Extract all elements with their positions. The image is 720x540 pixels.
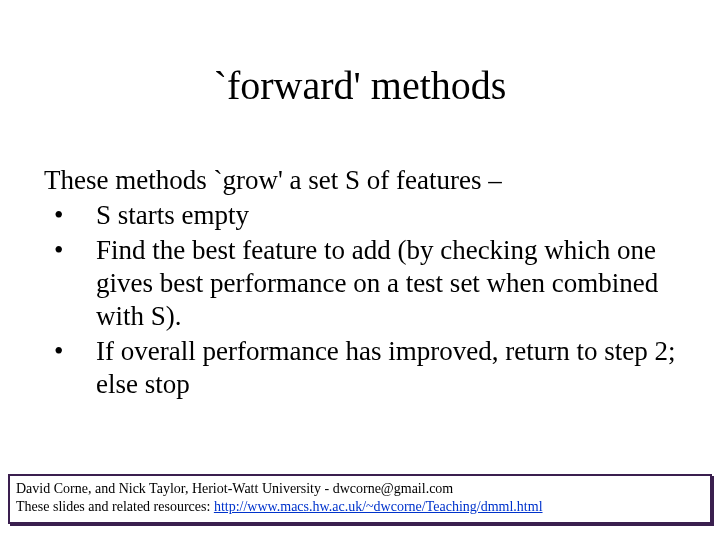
bullet-text: S starts empty (96, 199, 676, 232)
slide: `forward' methods These methods `grow' a… (0, 0, 720, 540)
intro-text: These methods `grow' a set S of features… (44, 164, 676, 197)
list-item: • Find the best feature to add (by check… (44, 234, 676, 333)
footer-line2-prefix: These slides and related resources: (16, 499, 214, 514)
list-item: • If overall performance has improved, r… (44, 335, 676, 401)
footer-link[interactable]: http://www.macs.hw.ac.uk/~dwcorne/Teachi… (214, 499, 543, 514)
footer-line2: These slides and related resources: http… (16, 498, 704, 516)
bullet-list: • S starts empty • Find the best feature… (44, 199, 676, 401)
bullet-text: Find the best feature to add (by checkin… (96, 234, 676, 333)
bullet-dot: • (44, 199, 96, 232)
slide-title: `forward' methods (0, 62, 720, 109)
bullet-dot: • (44, 234, 96, 267)
bullet-text: If overall performance has improved, ret… (96, 335, 676, 401)
bullet-dot: • (44, 335, 96, 368)
footer-line1: David Corne, and Nick Taylor, Heriot-Wat… (16, 480, 704, 498)
footer-box: David Corne, and Nick Taylor, Heriot-Wat… (8, 474, 712, 524)
list-item: • S starts empty (44, 199, 676, 232)
slide-body: These methods `grow' a set S of features… (44, 164, 676, 403)
